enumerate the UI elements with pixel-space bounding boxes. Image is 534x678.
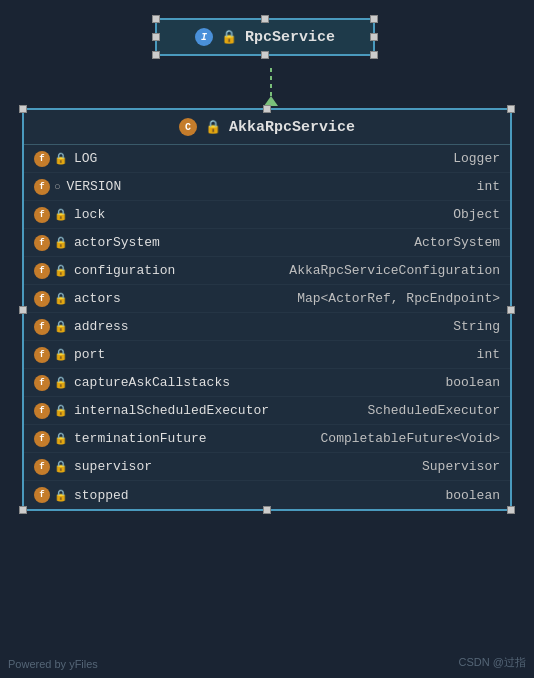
lock-icon: 🔒 [54,292,68,305]
field-type-icon: f [34,403,50,419]
field-type-icon: f [34,347,50,363]
field-name: captureAskCallstacks [74,375,437,390]
rpc-service-box[interactable]: I 🔒 RpcService [155,18,375,56]
field-name: internalScheduledExecutor [74,403,359,418]
lock-icon: 🔒 [54,489,68,502]
field-type-icon: f [34,431,50,447]
field-type: String [453,319,500,334]
table-row: f🔒terminationFutureCompletableFuture<Voi… [24,425,510,453]
handle-tl [152,15,160,23]
lock-icon: 🔒 [54,432,68,445]
lock-icon: 🔒 [54,376,68,389]
field-type-icon: f [34,375,50,391]
field-type: CompletableFuture<Void> [321,431,500,446]
handle-ml [152,33,160,41]
akka-header: C 🔒 AkkaRpcService [24,110,510,145]
circle-icon: ○ [54,181,61,193]
handle-bm [261,51,269,59]
handle-br [370,51,378,59]
field-name: stopped [74,488,437,503]
table-row: f🔒supervisorSupervisor [24,453,510,481]
field-type-icon: f [34,291,50,307]
lock-icon: 🔒 [54,236,68,249]
lock-icon: 🔒 [54,264,68,277]
akka-handle-bm [263,506,271,514]
akka-handle-tm [263,105,271,113]
table-row: f🔒captureAskCallstacksboolean [24,369,510,397]
field-type: Logger [453,151,500,166]
field-type-icon: f [34,487,50,503]
watermark-right: CSDN @过指 [459,655,526,670]
field-name: configuration [74,263,281,278]
field-type-icon: f [34,459,50,475]
handle-bl [152,51,160,59]
field-type: Map<ActorRef, RpcEndpoint> [297,291,500,306]
akka-handle-tr [507,105,515,113]
akka-lock-icon: 🔒 [205,119,221,135]
akka-rpc-service-title: AkkaRpcService [229,119,355,136]
fields-list: f🔒LOGLoggerf○VERSIONintf🔒lockObjectf🔒act… [24,145,510,509]
field-type: int [477,347,500,362]
table-row: f🔒configurationAkkaRpcServiceConfigurati… [24,257,510,285]
connector-line [270,68,272,96]
akka-handle-ml [19,306,27,314]
table-row: f○VERSIONint [24,173,510,201]
lock-icon: 🔒 [54,208,68,221]
field-type: boolean [445,488,500,503]
field-type-icon: f [34,179,50,195]
akka-rpc-service-box[interactable]: C 🔒 AkkaRpcService f🔒LOGLoggerf○VERSIONi… [22,108,512,511]
field-type: AkkaRpcServiceConfiguration [289,263,500,278]
rpc-service-title: RpcService [245,29,335,46]
field-name: supervisor [74,459,414,474]
field-type-icon: f [34,151,50,167]
table-row: f🔒portint [24,341,510,369]
akka-handle-br [507,506,515,514]
field-type-icon: f [34,207,50,223]
lock-icon: 🔒 [54,460,68,473]
table-row: f🔒LOGLogger [24,145,510,173]
lock-icon: 🔒 [54,152,68,165]
akka-handle-bl [19,506,27,514]
field-type: ScheduledExecutor [367,403,500,418]
class-icon: C [179,118,197,136]
field-name: VERSION [67,179,469,194]
table-row: f🔒lockObject [24,201,510,229]
table-row: f🔒addressString [24,313,510,341]
field-name: address [74,319,445,334]
connector [264,68,278,106]
handle-mr [370,33,378,41]
lock-icon: 🔒 [54,348,68,361]
table-row: f🔒stoppedboolean [24,481,510,509]
field-type: boolean [445,375,500,390]
canvas: I 🔒 RpcService C 🔒 AkkaRpcService f🔒LOGL… [0,0,534,678]
handle-tr [370,15,378,23]
handle-tm [261,15,269,23]
field-type-icon: f [34,263,50,279]
field-name: actorSystem [74,235,406,250]
lock-icon: 🔒 [54,404,68,417]
field-type-icon: f [34,319,50,335]
field-name: port [74,347,469,362]
field-type: Object [453,207,500,222]
table-row: f🔒actorsMap<ActorRef, RpcEndpoint> [24,285,510,313]
field-name: terminationFuture [74,431,313,446]
akka-handle-mr [507,306,515,314]
field-name: LOG [74,151,445,166]
akka-handle-tl [19,105,27,113]
field-name: lock [74,207,445,222]
field-type: int [477,179,500,194]
table-row: f🔒internalScheduledExecutorScheduledExec… [24,397,510,425]
field-type: Supervisor [422,459,500,474]
watermark-left: Powered by yFiles [8,658,98,670]
field-name: actors [74,291,289,306]
interface-icon: I [195,28,213,46]
table-row: f🔒actorSystemActorSystem [24,229,510,257]
lock-icon: 🔒 [221,29,237,45]
lock-icon: 🔒 [54,320,68,333]
field-type-icon: f [34,235,50,251]
field-type: ActorSystem [414,235,500,250]
